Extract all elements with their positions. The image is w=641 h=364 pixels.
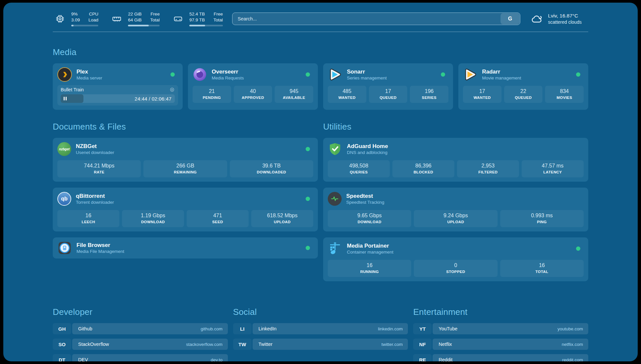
bookmark-stackoverflow[interactable]: SO StackOverflow stackoverflow.com	[53, 339, 228, 350]
nzbget-subtitle: Usenet downloader	[76, 150, 114, 155]
overseerr-icon	[193, 67, 207, 82]
bookmark-name: LinkedIn	[259, 326, 277, 331]
memory-icon	[109, 12, 124, 26]
disk-icon	[171, 12, 185, 26]
speedtest-title: Speedtest	[346, 193, 384, 199]
qbittorrent-subtitle: Torrent downloader	[76, 199, 114, 205]
nzbget-status-dot	[306, 147, 310, 151]
weather-location-temp: Lviv, 16.87°C	[548, 13, 582, 19]
header-divider	[53, 32, 588, 32]
speedtest-icon	[328, 192, 342, 206]
sonarr-title: Sonarr	[347, 68, 387, 75]
sonarr-subtitle: Series management	[347, 75, 387, 81]
cpu-stat: 9% 3.09 CPU Load	[53, 11, 98, 26]
bookmark-name: Netflix	[439, 342, 452, 347]
radarr-subtitle: Movie management	[482, 75, 521, 81]
disk-stat: 52.4 TB 97.9 TB Free Total	[171, 11, 223, 26]
qbittorrent-stat-leech: 16 LEECH	[57, 210, 119, 227]
memory-label-1: Free	[150, 11, 160, 17]
bookmark-url: reddit.com	[562, 357, 583, 362]
bookmark-dev[interactable]: DT DEV dev.to	[53, 354, 228, 361]
utilities-column: Utilities AdGuard Home	[323, 122, 588, 287]
bookmark-url: netflix.com	[562, 342, 583, 347]
overseerr-status-dot	[306, 73, 310, 77]
memory-free: 22 GiB	[128, 11, 141, 17]
nzbget-card[interactable]: nzbget NZBGet Usenet downloader 744.21 M…	[53, 138, 318, 182]
stream-quality-icon[interactable]	[169, 87, 175, 92]
qbittorrent-stat-upload: 618.52 Mbps UPLOAD	[251, 210, 313, 227]
bookmark-name: Reddit	[439, 357, 452, 361]
search-provider-button[interactable]: G	[501, 13, 520, 24]
disk-total: 97.9 TB	[189, 17, 205, 23]
portainer-stat-total: 16 TOTAL	[500, 260, 584, 277]
section-title-entertainment: Entertainment	[413, 307, 588, 317]
disk-label-1: Free	[214, 11, 223, 17]
sonarr-stat-queued: 17 QUEUED	[369, 86, 408, 103]
search-input[interactable]	[232, 13, 500, 25]
system-stats: 9% 3.09 CPU Load	[53, 11, 223, 26]
adguard-card[interactable]: AdGuard Home DNS and adblocking 498,508 …	[323, 138, 588, 182]
nzbget-icon: nzbget	[57, 142, 71, 156]
portainer-stat-running: 16 RUNNING	[328, 260, 411, 277]
bookmark-abbr: DT	[53, 354, 71, 361]
portainer-card[interactable]: Media Portainer Container management 16 …	[323, 237, 588, 281]
section-title-developer: Developer	[53, 307, 228, 317]
adguard-stat-filtered: 2,953 FILTERED	[457, 160, 519, 177]
plex-card[interactable]: Plex Media server Bullet Train	[53, 63, 183, 110]
bookmark-netflix[interactable]: NF Netflix netflix.com	[413, 339, 588, 350]
section-title-documents: Documents & Files	[53, 122, 318, 132]
qbittorrent-stat-seed: 471 SEED	[187, 210, 249, 227]
bookmark-abbr: LI	[233, 323, 252, 334]
filebrowser-card[interactable]: File Browser Media File Management	[53, 237, 318, 258]
memory-progress	[128, 25, 160, 26]
section-title-social: Social	[233, 307, 408, 317]
sonarr-card[interactable]: Sonarr Series management 485 WANTED 17 Q…	[323, 63, 453, 110]
now-playing-title: Bullet Train	[61, 87, 84, 92]
memory-stat: 22 GiB 64 GiB Free Total	[109, 11, 160, 26]
bookmark-linkedin[interactable]: LI LinkedIn linkedin.com	[233, 323, 408, 334]
bookmark-github[interactable]: GH Github github.com	[53, 323, 228, 334]
sonarr-stat-series: 196 SERIES	[410, 86, 448, 103]
memory-total: 64 GiB	[128, 17, 141, 23]
overseerr-stat-approved: 40 APPROVED	[234, 86, 272, 103]
sonarr-stat-wanted: 485 WANTED	[328, 86, 366, 103]
bookmark-group-developer: Developer GH Github github.com SO StackO…	[53, 307, 228, 361]
bookmark-reddit[interactable]: RE Reddit reddit.com	[413, 354, 588, 361]
section-title-media: Media	[53, 47, 588, 57]
radarr-stat-wanted: 17 WANTED	[463, 86, 502, 103]
sonarr-status-dot	[441, 73, 445, 77]
memory-label-2: Total	[150, 17, 160, 23]
qbittorrent-card[interactable]: qb qBittorrent Torrent downloader 16 LEE…	[53, 188, 318, 231]
bookmark-twitter[interactable]: TW Twitter twitter.com	[233, 339, 408, 350]
radarr-card[interactable]: Radarr Movie management 17 WANTED 22 QUE…	[458, 63, 588, 110]
speedtest-stat-download: 9.65 Gbps DOWNLOAD	[328, 210, 411, 227]
playback-progress-bar[interactable]: 24:44 / 02:06:47	[61, 94, 175, 103]
nzbget-title: NZBGet	[76, 143, 114, 150]
radarr-title: Radarr	[482, 68, 521, 75]
bookmark-abbr: SO	[53, 339, 71, 350]
radarr-icon	[463, 67, 477, 82]
nzbget-stat-rate: 744.21 Mbps RATE	[57, 160, 141, 177]
bookmark-abbr: RE	[413, 354, 432, 361]
speedtest-subtitle: Speedtest Tracking	[346, 199, 384, 205]
pause-icon[interactable]	[64, 97, 67, 101]
radarr-stat-movies: 834 MOVIES	[545, 86, 584, 103]
qbittorrent-status-dot	[306, 197, 310, 201]
cloud-icon	[530, 12, 544, 25]
adguard-stat-latency: 47.57 ms LATENCY	[522, 160, 584, 177]
cpu-icon	[53, 12, 67, 26]
cpu-label-1: CPU	[89, 11, 99, 17]
bookmark-youtube[interactable]: YT YouTube youtube.com	[413, 323, 588, 334]
disk-free: 52.4 TB	[189, 11, 205, 17]
bookmark-url: stackoverflow.com	[186, 342, 222, 347]
bookmark-group-social: Social LI LinkedIn linkedin.com TW Twitt…	[233, 307, 408, 361]
adguard-subtitle: DNS and adblocking	[347, 150, 388, 155]
bookmark-name: Github	[78, 326, 92, 331]
adguard-stat-blocked: 86,396 BLOCKED	[392, 160, 454, 177]
speedtest-card[interactable]: Speedtest Speedtest Tracking 9.65 Gbps D…	[323, 188, 588, 231]
plex-status-dot	[170, 73, 175, 77]
overseerr-title: Overseerr	[212, 68, 244, 75]
disk-label-2: Total	[213, 17, 223, 23]
overseerr-card[interactable]: Overseerr Media Requests 21 PENDING 40 A…	[188, 63, 318, 110]
bookmark-abbr: TW	[233, 339, 252, 350]
